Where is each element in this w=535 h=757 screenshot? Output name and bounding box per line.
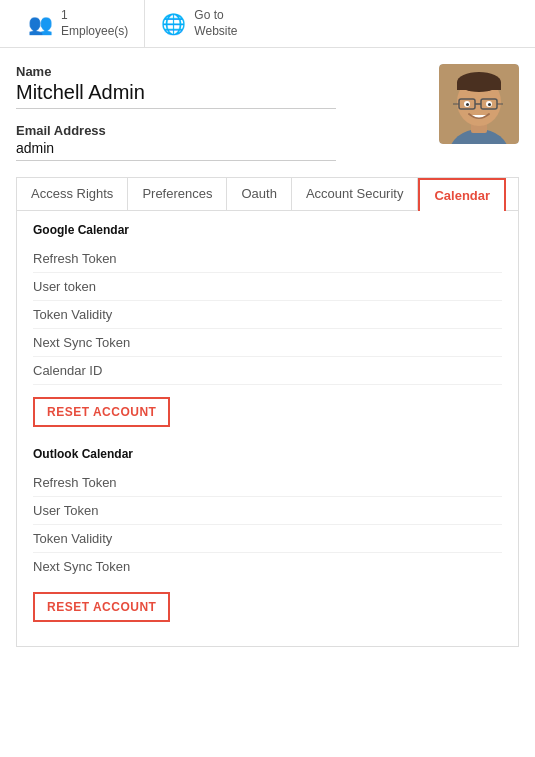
svg-point-14 bbox=[488, 103, 491, 106]
tab-access-rights[interactable]: Access Rights bbox=[17, 178, 128, 210]
name-value: Mitchell Admin bbox=[16, 81, 336, 109]
name-label: Name bbox=[16, 64, 439, 79]
outlook-calendar-title: Outlook Calendar bbox=[33, 447, 502, 461]
google-token-validity-field: Token Validity bbox=[33, 301, 502, 329]
tabs: Access Rights Preferences Oauth Account … bbox=[16, 177, 519, 210]
tab-calendar[interactable]: Calendar bbox=[418, 178, 506, 211]
svg-point-13 bbox=[466, 103, 469, 106]
employees-icon: 👥 bbox=[28, 12, 53, 36]
website-icon: 🌐 bbox=[161, 12, 186, 36]
tab-oauth[interactable]: Oauth bbox=[227, 178, 291, 210]
outlook-refresh-token-field: Refresh Token bbox=[33, 469, 502, 497]
profile-section: Name Mitchell Admin Email Address admin bbox=[16, 64, 519, 161]
employee-label: Employee(s) bbox=[61, 24, 128, 40]
profile-info: Name Mitchell Admin Email Address admin bbox=[16, 64, 439, 161]
email-value: admin bbox=[16, 140, 336, 161]
goto-website-button[interactable]: 🌐 Go toWebsite bbox=[145, 0, 253, 47]
email-label: Email Address bbox=[16, 123, 439, 138]
employees-button[interactable]: 👥 1 Employee(s) bbox=[12, 0, 145, 47]
employee-count: 1 bbox=[61, 8, 128, 24]
main-content: Name Mitchell Admin Email Address admin bbox=[0, 48, 535, 647]
google-refresh-token-field: Refresh Token bbox=[33, 245, 502, 273]
website-label: Go toWebsite bbox=[194, 8, 237, 39]
google-next-sync-token-field: Next Sync Token bbox=[33, 329, 502, 357]
google-calendar-title: Google Calendar bbox=[33, 223, 502, 237]
google-reset-account-button[interactable]: RESET ACCOUNT bbox=[33, 397, 170, 427]
avatar bbox=[439, 64, 519, 144]
top-bar: 👥 1 Employee(s) 🌐 Go toWebsite bbox=[0, 0, 535, 48]
outlook-token-validity-field: Token Validity bbox=[33, 525, 502, 553]
tab-preferences[interactable]: Preferences bbox=[128, 178, 227, 210]
tab-account-security[interactable]: Account Security bbox=[292, 178, 419, 210]
calendar-tab-content: Google Calendar Refresh Token User token… bbox=[16, 210, 519, 647]
outlook-user-token-field: User Token bbox=[33, 497, 502, 525]
google-user-token-field: User token bbox=[33, 273, 502, 301]
google-calendar-id-field: Calendar ID bbox=[33, 357, 502, 385]
svg-rect-5 bbox=[457, 82, 501, 90]
outlook-reset-account-button[interactable]: RESET ACCOUNT bbox=[33, 592, 170, 622]
outlook-next-sync-token-field: Next Sync Token bbox=[33, 553, 502, 580]
